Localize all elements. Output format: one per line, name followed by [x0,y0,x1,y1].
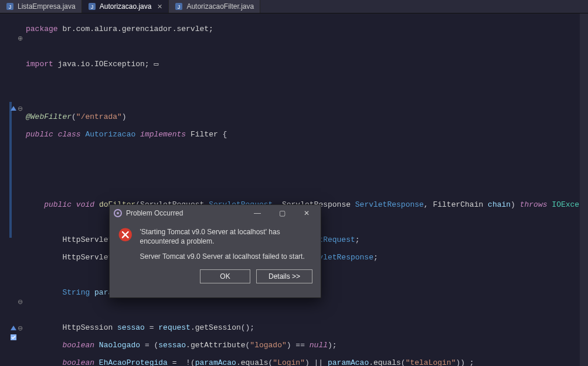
editor-gutter: ⊕ ⊖ ⊖ ⊖ [0,13,26,366]
string: "telaLogin" [406,358,456,366]
kw: void [76,200,94,209]
string: "logado" [250,341,286,350]
expr: sessao [158,341,186,350]
task-marker-icon [9,333,18,341]
maximize-button[interactable]: ▢ [271,205,293,221]
var: Naologado [99,341,140,350]
param-type: FilterChain [433,200,483,209]
method: equals [373,358,401,366]
param-name: chain [488,200,511,209]
java-file-icon: J [175,2,183,11]
close-button[interactable]: ✕ [296,205,317,221]
change-marker [9,102,12,238]
expr: paramAcao [328,358,369,366]
expr: request [158,323,191,332]
tab-lista-empresa[interactable]: J ListaEmpresa.java [0,0,82,13]
svg-text:J: J [9,4,12,10]
fold-expand-icon[interactable]: ⊕ [18,35,25,42]
override-marker-icon [9,324,18,333]
class-name: Autorizacao [85,130,135,139]
java-file-icon: J [6,2,14,11]
eclipse-icon [113,208,123,218]
param-name: ServletResponse [355,200,424,209]
tab-label: Autorizacao.java [100,2,152,11]
type: boolean [62,358,94,366]
dialog-message-secondary: Server Tomcat v9.0 Server at localhost f… [140,252,312,261]
close-icon[interactable]: ✕ [157,3,162,11]
tab-bar: J ListaEmpresa.java J Autorizacao.java ✕… [0,0,588,13]
svg-text:J: J [178,4,181,10]
svg-text:J: J [90,4,93,10]
dialog-titlebar[interactable]: Problem Occurred — ▢ ✕ [110,205,321,221]
error-dialog: Problem Occurred — ▢ ✕ 'Starting Tomcat … [109,204,321,298]
tab-label: AutorizacaoFilter.java [186,2,254,11]
dialog-message-primary: 'Starting Tomcat v9.0 Server at localhos… [140,227,312,246]
error-icon [118,227,133,246]
var: EhAcaoProtegida [99,358,168,366]
details-button[interactable]: Details >> [256,269,312,283]
dialog-title: Problem Occurred [126,209,183,217]
kw: implements [140,130,186,139]
kw: null [310,341,328,350]
kw: class [58,130,81,139]
kw: public [44,200,72,209]
expr: paramAcao [195,358,236,366]
import-keyword: import [26,60,53,69]
svg-marker-6 [11,106,16,111]
code-editor[interactable]: package br.com.alura.gerenciador.servlet… [26,13,588,366]
vertical-scrollbar[interactable] [580,13,588,366]
kw: throws [520,200,548,209]
import-path: java.io.IOException; [53,60,149,69]
string: "Login" [273,358,305,366]
type: HttpSession [62,323,113,332]
method: getSession [195,323,241,332]
var: sessao [117,323,145,332]
method: getAttribute [191,341,246,350]
override-marker-icon [9,105,18,113]
svg-point-10 [117,212,119,214]
annotation: @WebFilter [26,112,72,121]
method: equals [241,358,268,366]
kw: public [26,130,53,139]
java-file-icon: J [88,2,96,11]
tab-autorizacao[interactable]: J Autorizacao.java ✕ [82,0,169,13]
ok-button[interactable]: OK [200,269,250,283]
tab-autorizacao-filter[interactable]: J AutorizacaoFilter.java [169,0,260,13]
type: String [62,288,90,297]
interface-name: Filter [191,130,218,139]
annotation-arg: "/entrada" [76,112,122,121]
fold-collapse-icon[interactable]: ⊖ [18,298,25,305]
minimize-button[interactable]: — [247,205,268,221]
type: boolean [62,341,94,350]
tab-label: ListaEmpresa.java [18,2,76,11]
fold-collapse-icon[interactable]: ⊖ [18,324,25,331]
svg-marker-7 [11,326,16,330]
fold-collapse-icon[interactable]: ⊖ [18,105,25,112]
